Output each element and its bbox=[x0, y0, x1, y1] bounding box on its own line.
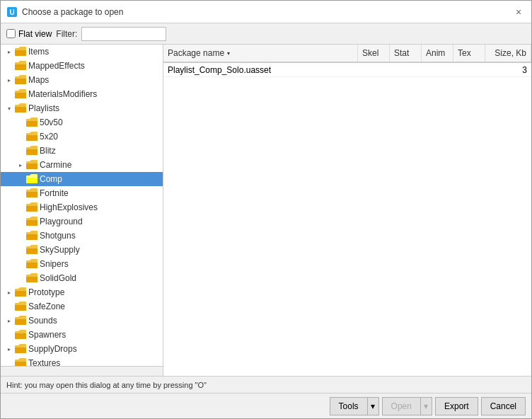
tree-item-mappedeffects[interactable]: MappedEffects bbox=[1, 59, 163, 73]
folder-icon bbox=[26, 231, 37, 241]
tree-label-blitz: Blitz bbox=[40, 146, 56, 156]
expand-btn-sounds[interactable] bbox=[4, 315, 15, 326]
tree-item-50v50[interactable]: 50v50 bbox=[1, 115, 163, 130]
open-dropdown-button[interactable]: ▾ bbox=[421, 397, 432, 415]
tree-label-highexplosives: HighExplosives bbox=[40, 202, 98, 212]
tree-item-skysupply[interactable]: SkySupply bbox=[1, 243, 163, 257]
tree-item-prototype[interactable]: Prototype bbox=[1, 285, 163, 299]
tree-label-sounds: Sounds bbox=[28, 316, 57, 326]
tree-label-safezone: SafeZone bbox=[28, 302, 65, 311]
table-header: Package name ▾ Skel Stat Anim Tex Size, … bbox=[163, 45, 531, 63]
folder-icon bbox=[15, 89, 26, 99]
tree-item-5x20[interactable]: 5x20 bbox=[1, 130, 163, 144]
folder-icon bbox=[15, 47, 26, 57]
filter-input[interactable] bbox=[81, 27, 166, 41]
tree-item-items[interactable]: Items bbox=[1, 45, 163, 59]
col-header-anim[interactable]: Anim bbox=[422, 45, 453, 62]
folder-icon bbox=[26, 217, 37, 226]
main-panel: Package name ▾ Skel Stat Anim Tex Size, … bbox=[163, 45, 531, 376]
folder-icon bbox=[15, 358, 26, 366]
tools-button[interactable]: Tools bbox=[330, 397, 368, 415]
tree-scroll[interactable]: Items MappedEffects Maps MaterialsModifi… bbox=[1, 45, 163, 366]
tree-item-playlists[interactable]: Playlists bbox=[1, 101, 163, 115]
app-icon: U bbox=[6, 6, 18, 18]
tree-label-mappedeffects: MappedEffects bbox=[28, 61, 85, 71]
tree-label-supplydrops: SupplyDrops bbox=[28, 344, 77, 354]
tree-label-carmine: Carmine bbox=[40, 160, 71, 170]
tree-item-maps[interactable]: Maps bbox=[1, 73, 163, 87]
folder-icon bbox=[26, 132, 37, 142]
tree-label-prototype: Prototype bbox=[28, 287, 64, 297]
col-header-skel[interactable]: Skel bbox=[358, 45, 390, 62]
folder-icon bbox=[26, 245, 37, 255]
dialog-title: Choose a package to open bbox=[22, 7, 123, 17]
tools-button-group: Tools ▾ bbox=[330, 397, 379, 415]
tree-label-snipers: Snipers bbox=[40, 259, 69, 269]
filter-label: Filter: bbox=[56, 29, 77, 39]
tree-item-blitz[interactable]: Blitz bbox=[1, 144, 163, 158]
tree-label-spawners: Spawners bbox=[28, 330, 66, 340]
tree-item-safezone[interactable]: SafeZone bbox=[1, 299, 163, 314]
tree-hscroll[interactable] bbox=[1, 366, 163, 376]
content-area: Items MappedEffects Maps MaterialsModifi… bbox=[1, 45, 531, 376]
flat-view-checkbox-label[interactable]: Flat view bbox=[6, 29, 52, 39]
folder-icon bbox=[15, 330, 26, 340]
tree-panel: Items MappedEffects Maps MaterialsModifi… bbox=[1, 45, 163, 376]
tree-label-playlists: Playlists bbox=[28, 103, 59, 113]
close-button[interactable]: × bbox=[511, 5, 526, 19]
folder-icon bbox=[15, 61, 26, 71]
tree-item-playground[interactable]: Playground bbox=[1, 214, 163, 229]
folder-icon bbox=[15, 316, 26, 326]
tree-item-sounds[interactable]: Sounds bbox=[1, 314, 163, 328]
tree-item-textures[interactable]: Textures bbox=[1, 356, 163, 366]
tree-label-playground: Playground bbox=[40, 217, 83, 226]
col-header-stat[interactable]: Stat bbox=[390, 45, 422, 62]
folder-icon bbox=[26, 273, 37, 283]
status-bar: Hint: you may open this dialog at any ti… bbox=[1, 376, 531, 393]
table-body: Playlist_Comp_Solo.uasset3 bbox=[163, 63, 531, 376]
tree-label-comp: Comp bbox=[40, 174, 62, 184]
flat-view-label: Flat view bbox=[18, 29, 52, 39]
hint-text: Hint: you may open this dialog at any ti… bbox=[6, 381, 207, 389]
col-header-tex[interactable]: Tex bbox=[453, 45, 485, 62]
export-button[interactable]: Export bbox=[435, 397, 478, 415]
expand-btn-carmine[interactable] bbox=[15, 159, 26, 171]
tree-item-snipers[interactable]: Snipers bbox=[1, 257, 163, 271]
flat-view-checkbox[interactable] bbox=[6, 29, 16, 38]
col-header-size[interactable]: Size, Kb bbox=[485, 45, 531, 62]
col-header-name[interactable]: Package name ▾ bbox=[163, 45, 358, 62]
tree-item-materialsmodifiers[interactable]: MaterialsModifiers bbox=[1, 87, 163, 101]
tree-item-supplydrops[interactable]: SupplyDrops bbox=[1, 342, 163, 356]
table-row[interactable]: Playlist_Comp_Solo.uasset3 bbox=[163, 63, 531, 77]
open-button[interactable]: Open bbox=[382, 397, 421, 415]
toolbar: Flat view Filter: bbox=[1, 23, 531, 45]
dialog: U Choose a package to open × Flat view F… bbox=[0, 0, 532, 419]
folder-icon bbox=[26, 202, 37, 212]
folder-icon bbox=[26, 174, 37, 184]
folder-icon bbox=[26, 160, 37, 170]
expand-btn-maps[interactable] bbox=[4, 74, 15, 86]
expand-btn-prototype[interactable] bbox=[4, 287, 15, 298]
cancel-button[interactable]: Cancel bbox=[481, 397, 526, 415]
tools-dropdown-button[interactable]: ▾ bbox=[368, 397, 379, 415]
open-button-group: Open ▾ bbox=[382, 397, 432, 415]
folder-icon bbox=[15, 287, 26, 297]
expand-btn-playlists[interactable] bbox=[4, 103, 15, 114]
tree-item-spawners[interactable]: Spawners bbox=[1, 328, 163, 342]
tree-label-fortnite: Fortnite bbox=[40, 188, 69, 198]
tree-label-50v50: 50v50 bbox=[40, 117, 63, 127]
tree-item-comp[interactable]: Comp bbox=[1, 172, 163, 186]
tree-label-5x20: 5x20 bbox=[40, 132, 58, 142]
tree-item-fortnite[interactable]: Fortnite bbox=[1, 186, 163, 200]
folder-icon bbox=[15, 75, 26, 85]
tree-item-highexplosives[interactable]: HighExplosives bbox=[1, 200, 163, 214]
expand-btn-items[interactable] bbox=[4, 46, 15, 57]
expand-btn-supplydrops[interactable] bbox=[4, 343, 15, 355]
folder-icon bbox=[15, 344, 26, 354]
tree-label-textures: Textures bbox=[28, 358, 60, 366]
tree-item-solidgold[interactable]: SolidGold bbox=[1, 271, 163, 285]
tree-item-carmine[interactable]: Carmine bbox=[1, 158, 163, 172]
svg-text:U: U bbox=[9, 8, 14, 16]
folder-icon bbox=[15, 103, 26, 113]
tree-item-shotguns[interactable]: Shotguns bbox=[1, 229, 163, 243]
